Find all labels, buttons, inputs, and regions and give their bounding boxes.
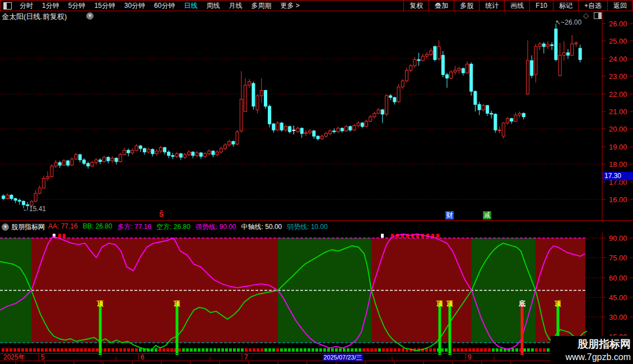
indicator-value-0: AA: 77.16: [48, 222, 78, 232]
svg-text:21.00: 21.00: [609, 108, 627, 116]
toolbar-right-item-6[interactable]: 标记: [553, 1, 578, 11]
chart-canvas[interactable]: 26.0025.0024.0023.0022.0021.0020.0019.00…: [0, 0, 633, 364]
toolbar-right-item-0[interactable]: 复权: [403, 1, 429, 11]
svg-text:9: 9: [468, 353, 472, 361]
toolbar-left-item-3[interactable]: 15分钟: [90, 1, 119, 11]
svg-text:22.00: 22.00: [609, 90, 627, 99]
toolbar-right-item-1[interactable]: 叠加: [429, 1, 454, 11]
svg-text:2025年: 2025年: [3, 353, 25, 361]
toolbar-right-item-8[interactable]: 返回: [607, 1, 632, 11]
svg-text:底: 底: [518, 300, 525, 307]
svg-text:45.00: 45.00: [609, 293, 627, 302]
svg-text:30.00: 30.00: [609, 313, 627, 321]
event-badge-finance[interactable]: 财: [445, 211, 454, 220]
toolbar-left-item-2[interactable]: 5分钟: [64, 1, 90, 11]
period-toolbar: 分时1分钟5分钟15分钟30分钟60分钟日线周线月线多周期更多 > 复权叠加多股…: [0, 0, 633, 11]
toolbar-left-item-5[interactable]: 60分钟: [150, 1, 179, 11]
svg-text:25.00: 25.00: [609, 37, 627, 45]
chevron-down-icon[interactable]: ▼: [2, 223, 9, 231]
event-badge-reduction[interactable]: 减: [483, 211, 491, 220]
svg-text:23.00: 23.00: [609, 72, 627, 81]
toolbar-right-group: 复权叠加多股统计画线F10标记+自选返回: [403, 1, 632, 11]
title-bar: 金太阳(日线.前复权) ▼ ◇: [0, 11, 633, 21]
svg-text:60.00: 60.00: [609, 274, 627, 282]
watermark-url: www.7gpzb.com: [551, 352, 631, 362]
indicator-header: ▼ 股朋指标网 AA: 77.16BB: 26.80多方: 77.16空方: 2…: [0, 222, 633, 232]
toolbar-right-item-4[interactable]: 画线: [504, 1, 529, 11]
svg-text:19.00: 19.00: [609, 143, 627, 151]
toolbar-right-item-3[interactable]: 统计: [479, 1, 504, 11]
indicator-axis: 90.0075.0060.0045.0030.0015.00: [586, 234, 633, 341]
svg-text:顶: 顶: [96, 300, 104, 307]
indicator-value-3: 空方: 26.80: [156, 222, 190, 232]
toolbar-left-item-8[interactable]: 月线: [224, 1, 246, 11]
price-tag: 17.30: [603, 172, 633, 180]
svg-text:24.00: 24.00: [609, 55, 627, 63]
page-title: 金太阳(日线.前复权): [2, 12, 67, 22]
indicator-value-1: BB: 26.80: [83, 222, 113, 232]
low-price-label: ←15.41: [22, 205, 46, 213]
layout-split-icon[interactable]: [3, 2, 12, 10]
svg-text:90.00: 90.00: [609, 234, 627, 242]
toolbar-right-item-2[interactable]: 多股: [454, 1, 479, 11]
app-window: 26.0025.0024.0023.0022.0021.0020.0019.00…: [0, 0, 633, 364]
toolbar-right-item-7[interactable]: +自选: [578, 1, 607, 11]
indicator-value-6: 弱势线: 10.00: [287, 222, 328, 232]
svg-text:顶: 顶: [446, 300, 453, 307]
indicator-value-4: 强势线: 90.00: [196, 222, 236, 232]
watermark-site-name: 股朋指标网: [551, 337, 631, 352]
diamond-icon[interactable]: ◇: [583, 11, 589, 20]
svg-text:20.00: 20.00: [609, 125, 627, 133]
svg-text:5: 5: [41, 353, 45, 361]
svg-text:顶: 顶: [173, 300, 180, 307]
toolbar-left-item-4[interactable]: 30分钟: [120, 1, 150, 11]
indicator-value-5: 中轴线: 50.00: [241, 222, 282, 232]
date-axis[interactable]: 2025年56792025/07/23/三: [0, 353, 633, 364]
indicator-value-2: 多方: 77.16: [117, 222, 151, 232]
svg-text:7: 7: [244, 353, 248, 361]
pane-split-icon[interactable]: [594, 12, 602, 19]
toolbar-left-item-0[interactable]: 分时: [15, 1, 38, 11]
toolbar-left-item-9[interactable]: 多周期: [246, 1, 276, 11]
svg-text:16.00: 16.00: [609, 195, 627, 204]
toolbar-right-item-5[interactable]: F10: [529, 1, 553, 11]
indicator-name[interactable]: 股朋指标网: [11, 222, 45, 232]
svg-text:顶: 顶: [554, 300, 561, 307]
price-axis: 26.0025.0024.0023.0022.0021.0020.0019.00…: [602, 11, 633, 364]
svg-text:2025/07/23/三: 2025/07/23/三: [323, 354, 362, 361]
toolbar-left-item-6[interactable]: 日线: [179, 1, 202, 11]
toolbar-left-group: 分时1分钟5分钟15分钟30分钟60分钟日线周线月线多周期更多 >: [1, 1, 304, 11]
indicator-values: AA: 77.16BB: 26.80多方: 77.16空方: 26.80强势线:…: [48, 222, 333, 232]
svg-text:75.00: 75.00: [609, 254, 627, 262]
toolbar-left-item-7[interactable]: 周线: [202, 1, 224, 11]
svg-text:6: 6: [141, 353, 145, 361]
watermark: 股朋指标网 www.7gpzb.com: [551, 336, 633, 364]
signal-strip: [2, 348, 553, 352]
signal-s-marker: Ŝ: [159, 211, 164, 218]
toolbar-left-item-10[interactable]: 更多 >: [276, 1, 304, 11]
svg-text:顶: 顶: [436, 300, 443, 307]
overbought-marks: [53, 234, 439, 238]
toolbar-left-item-1[interactable]: 1分钟: [38, 1, 64, 11]
candlestick-layer[interactable]: [2, 24, 582, 210]
chevron-down-icon[interactable]: ▼: [86, 12, 94, 20]
svg-text:18.00: 18.00: [609, 160, 627, 169]
